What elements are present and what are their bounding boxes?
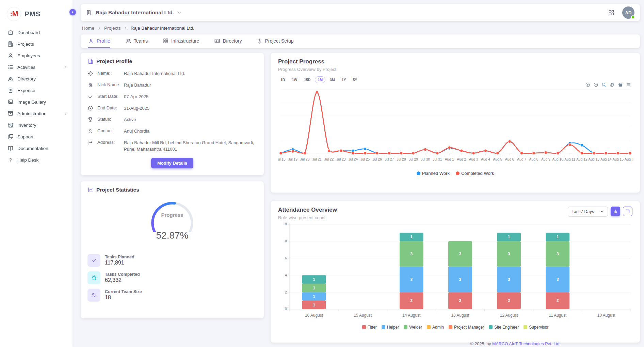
modify-details-button[interactable]: Modify Details	[151, 158, 193, 168]
app-logo[interactable]: :M PMS	[0, 5, 73, 27]
reset-zoom-icon[interactable]	[618, 82, 623, 87]
pan-icon[interactable]	[610, 82, 615, 87]
zoom-in-icon[interactable]	[585, 82, 590, 87]
attendance-bar-chart[interactable]: 1111233123323312331024681016 August15 Au…	[278, 222, 632, 324]
sidebar-item-administration[interactable]: Administration	[0, 108, 73, 119]
svg-text:Jul 23: Jul 23	[336, 157, 346, 161]
range-pill-5y[interactable]: 5Y	[350, 77, 359, 83]
legend-item-admin[interactable]: Admin	[427, 325, 444, 330]
tab-infrastructure[interactable]: Infrastructure	[163, 34, 199, 48]
svg-text:Aug 16: Aug 16	[625, 157, 632, 161]
table-view-button[interactable]	[623, 207, 632, 216]
svg-text:Aug 4: Aug 4	[481, 157, 490, 161]
apps-grid-icon	[163, 38, 169, 44]
last-7-days-select[interactable]: Last 7 Days	[568, 207, 608, 217]
svg-text:1: 1	[557, 235, 559, 239]
menu-icon[interactable]	[626, 82, 631, 87]
attendance-card-title: Attendance Overview	[278, 207, 568, 213]
legend-item-completed-work[interactable]: Completed Work	[456, 171, 494, 176]
chevron-right-icon	[124, 26, 128, 30]
user-avatar[interactable]: AD	[622, 6, 634, 19]
progress-card-subtitle: Progress Overview by Project	[278, 67, 632, 72]
legend-marker	[404, 325, 407, 329]
legend-item-supervisor[interactable]: Supervisor	[524, 325, 548, 330]
field-label: Status:	[97, 117, 124, 122]
attendance-card-subtitle: Role-wise present count	[278, 215, 568, 220]
range-pill-3m[interactable]: 3M	[327, 77, 337, 83]
circle-dot-icon	[87, 105, 93, 111]
tab-project-setup[interactable]: Project Setup	[257, 34, 293, 48]
legend-item-project-manager[interactable]: Project Manager	[449, 325, 484, 330]
sidebar-item-activities[interactable]: Activities	[0, 61, 73, 73]
tab-teams[interactable]: Teams	[125, 34, 148, 48]
sidebar-collapse-button[interactable]	[69, 9, 76, 15]
legend-marker	[449, 325, 452, 329]
line-chart-svg: Jul 18Jul 19Jul 20Jul 21Jul 22Jul 23Jul …	[278, 84, 632, 169]
chevron-down-icon[interactable]	[177, 10, 182, 15]
svg-text:Aug 6: Aug 6	[505, 157, 514, 161]
project-selector[interactable]: Raja Bahadur International Ltd.	[96, 10, 174, 16]
zoom-out-icon[interactable]	[593, 82, 598, 87]
sidebar-item-help-desk[interactable]: Help Desk	[0, 154, 73, 166]
range-pill-1w[interactable]: 1W	[289, 77, 300, 83]
sidebar-item-inventory[interactable]: Inventory	[0, 119, 73, 131]
svg-text:1: 1	[313, 277, 315, 282]
sidebar-item-image-gallary[interactable]: Image Gallary	[0, 96, 73, 108]
breadcrumb-projects[interactable]: Projects	[104, 26, 121, 31]
sidebar-item-expense[interactable]: Expense	[0, 85, 73, 96]
range-pill-1y[interactable]: 1Y	[339, 77, 349, 83]
svg-text:3: 3	[508, 277, 510, 282]
sidebar-item-support[interactable]: Support	[0, 131, 73, 142]
stat-row-tasks-planned: Tasks Planned117,891	[87, 254, 257, 267]
svg-text:Aug 15: Aug 15	[612, 157, 624, 161]
tab-directory[interactable]: Directory	[214, 34, 242, 48]
svg-text:Jul 27: Jul 27	[385, 157, 394, 161]
star-icon	[87, 271, 100, 284]
stat-label: Tasks Planned	[105, 255, 134, 259]
legend-item-helper[interactable]: Helper	[382, 325, 399, 330]
legend-item-welder[interactable]: Welder	[404, 325, 422, 330]
online-status-dot	[631, 15, 635, 19]
svg-text:Jul 26: Jul 26	[372, 157, 382, 161]
top-header: Raja Bahadur International Ltd. AD	[81, 4, 640, 21]
apps-grid-icon[interactable]	[608, 9, 615, 16]
svg-text:15 August: 15 August	[354, 313, 372, 318]
breadcrumb-current: Raja Bahadur International Ltd.	[131, 26, 194, 31]
sidebar-item-label: Support	[17, 134, 68, 139]
sidebar-item-label: Administration	[17, 111, 60, 116]
range-pill-15d[interactable]: 15D	[302, 77, 313, 83]
sidebar-item-projects[interactable]: Projects	[0, 38, 73, 50]
sidebar-item-label: Expense	[17, 88, 68, 93]
legend-item-planned-work[interactable]: Planned Work	[417, 171, 450, 176]
range-pill-1m[interactable]: 1M	[315, 76, 325, 83]
svg-text:Aug 1: Aug 1	[445, 157, 454, 161]
logo-badge-icon: :M	[7, 7, 21, 21]
svg-text:11 August: 11 August	[549, 313, 567, 318]
legend-item-site-engineer[interactable]: Site Engineer	[489, 325, 519, 330]
bar-chart-view-button[interactable]	[611, 207, 620, 216]
selection-zoom-icon[interactable]	[601, 82, 607, 87]
svg-text:Jul 25: Jul 25	[360, 157, 370, 161]
breadcrumb-home[interactable]: Home	[82, 26, 94, 31]
chevron-down-icon	[600, 210, 604, 214]
field-label: Name:	[97, 71, 124, 76]
sidebar-item-label: Documentation	[17, 146, 68, 151]
sidebar-item-dashboard[interactable]: Dashboard	[0, 27, 73, 38]
sidebar-item-directory[interactable]: Directory	[0, 73, 73, 85]
chevron-right-icon	[63, 111, 68, 116]
chart-line-icon	[87, 187, 94, 193]
tab-label: Infrastructure	[171, 38, 199, 44]
svg-text:3: 3	[459, 277, 462, 282]
stat-value: 62,332	[105, 277, 140, 283]
footer-company-link[interactable]: MARCO AIoT Technologies Pvt. Ltd.	[492, 342, 561, 346]
legend-item-fitter[interactable]: Fitter	[362, 325, 377, 330]
progress-line-chart[interactable]: Jul 18Jul 19Jul 20Jul 21Jul 22Jul 23Jul …	[278, 84, 632, 169]
profile-fields: Name:Raja Bahadur International Ltd.Nick…	[87, 71, 257, 153]
tab-profile[interactable]: Profile	[88, 34, 110, 48]
attendance-overview-card: Attendance Overview Role-wise present co…	[271, 201, 640, 343]
field-value: Raja Bahadur Mill Rd, behind Sheraton Gr…	[124, 140, 257, 153]
sidebar-item-employees[interactable]: Employees	[0, 50, 73, 61]
image-icon	[7, 99, 14, 105]
sidebar-item-documentation[interactable]: Documentation	[0, 142, 73, 154]
range-pill-1d[interactable]: 1D	[278, 77, 287, 83]
